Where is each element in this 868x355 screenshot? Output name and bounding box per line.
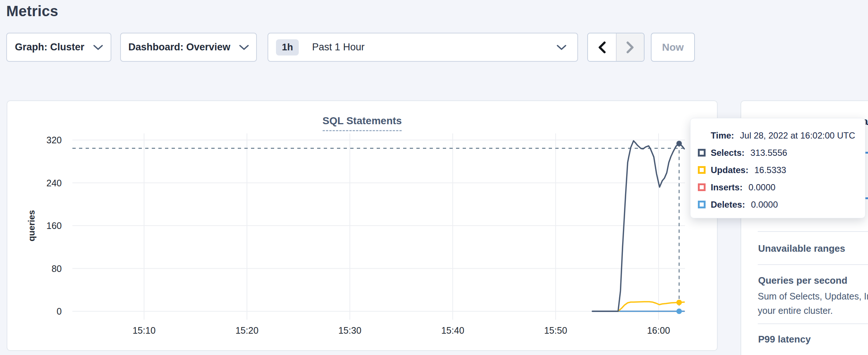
- series-line-updates: [618, 302, 684, 311]
- previous-window-button[interactable]: [588, 33, 616, 61]
- x-tick-label: 15:30: [338, 325, 362, 336]
- tooltip-time-row: Time: Jul 28, 2022 at 16:02:00 UTC: [691, 127, 865, 144]
- y-tick-label: 320: [46, 135, 62, 145]
- time-range-label: Past 1 Hour: [312, 42, 557, 53]
- dashboard-dropdown-label: Dashboard: Overview: [128, 42, 230, 53]
- inserts-swatch-icon: [698, 183, 706, 191]
- x-tick-label: 16:00: [647, 325, 670, 336]
- graph-dropdown-label: Graph: Cluster: [15, 42, 84, 53]
- deletes-swatch-icon: [698, 201, 706, 208]
- chevron-left-icon: [598, 41, 606, 54]
- graph-dropdown[interactable]: Graph: Cluster: [6, 33, 111, 62]
- tooltip-deletes-value: 0.0000: [751, 200, 778, 210]
- tooltip-updates-value: 16.5333: [754, 165, 786, 175]
- hover-dot-deletes: [677, 309, 682, 314]
- tooltip-inserts-value: 0.0000: [749, 182, 775, 193]
- tooltip-deletes-label: Deletes:: [711, 200, 745, 210]
- chevron-down-icon: [557, 44, 566, 50]
- y-tick-label: 0: [57, 306, 62, 316]
- tooltip-inserts-label: Inserts:: [711, 182, 743, 193]
- x-tick-label: 15:40: [441, 325, 465, 336]
- next-window-button[interactable]: [616, 33, 644, 61]
- series-line-selects: [592, 141, 684, 311]
- y-tick-label: 160: [46, 220, 62, 231]
- tooltip-selects-row: Selects: 313.5556: [691, 144, 865, 161]
- selects-swatch-icon: [698, 149, 706, 157]
- chevron-down-icon: [93, 44, 103, 50]
- x-tick-label: 15:20: [236, 325, 259, 336]
- y-axis-label: queries: [26, 210, 36, 241]
- hover-dot-updates: [677, 300, 682, 305]
- chevron-right-icon: [626, 41, 635, 54]
- summary-item-p99-latency: P99 latency: [758, 334, 811, 345]
- dashboard-dropdown[interactable]: Dashboard: Overview: [120, 33, 257, 62]
- y-tick-label: 240: [46, 178, 62, 188]
- y-tick-label: 80: [51, 263, 62, 274]
- updates-swatch-icon: [698, 166, 706, 174]
- sql-statements-chart[interactable]: 32024016080015:1015:2015:3015:4015:5016:…: [7, 101, 718, 352]
- divider: [758, 264, 868, 265]
- tooltip-updates-label: Updates:: [711, 165, 749, 175]
- sql-statements-chart-card: SQL Statements 32024016080015:1015:2015:…: [7, 100, 718, 351]
- summary-item-qps-desc-line2: your entire cluster.: [758, 305, 833, 316]
- tooltip-selects-value: 313.5556: [750, 148, 787, 158]
- tooltip-time-label: Time:: [711, 130, 734, 141]
- summary-item-unavailable-ranges: Unavailable ranges: [758, 243, 845, 254]
- time-range-badge: 1h: [276, 39, 299, 55]
- tooltip-inserts-row: Inserts: 0.0000: [691, 179, 865, 196]
- chevron-down-icon: [239, 44, 249, 50]
- tooltip-deletes-row: Deletes: 0.0000: [691, 196, 865, 213]
- tooltip-updates-row: Updates: 16.5333: [691, 161, 865, 179]
- x-tick-label: 15:50: [544, 325, 567, 336]
- x-tick-label: 15:10: [133, 325, 156, 336]
- time-range-selector[interactable]: 1h Past 1 Hour: [268, 33, 578, 62]
- summary-item-queries-per-second: Queries per second: [758, 275, 847, 286]
- divider: [758, 323, 868, 324]
- divider: [758, 231, 868, 232]
- summary-item-qps-desc-line1: Sum of Selects, Updates, Inser: [758, 291, 868, 302]
- time-window-nav: [587, 33, 645, 62]
- page-title: Metrics: [6, 3, 58, 19]
- now-button[interactable]: Now: [651, 33, 695, 62]
- chart-hover-tooltip: Time: Jul 28, 2022 at 16:02:00 UTC Selec…: [690, 118, 865, 218]
- hover-dot-selects: [677, 141, 682, 146]
- tooltip-selects-label: Selects:: [711, 148, 745, 158]
- tooltip-time-value: Jul 28, 2022 at 16:02:00 UTC: [740, 130, 856, 141]
